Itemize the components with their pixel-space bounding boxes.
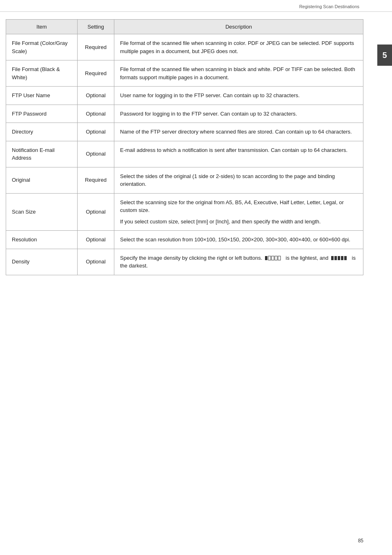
item-cell: FTP User Name — [6, 87, 78, 105]
desc-cell: User name for logging in to the FTP serv… — [114, 87, 363, 105]
svg-rect-5 — [331, 256, 334, 260]
svg-rect-4 — [278, 256, 281, 260]
desc-cell: Password for logging in to the FTP serve… — [114, 105, 363, 123]
table-header-row: Item Setting Description — [6, 20, 363, 34]
col-header-description: Description — [114, 20, 363, 34]
table-row: Scan Size Optional Select the scanning s… — [6, 193, 363, 231]
setting-cell: Optional — [78, 249, 114, 275]
svg-rect-0 — [265, 256, 267, 260]
setting-cell: Optional — [78, 105, 114, 123]
table-row: FTP Password Optional Password for loggi… — [6, 105, 363, 123]
svg-rect-8 — [341, 256, 343, 260]
page-header: Registering Scan Destinations — [0, 0, 392, 12]
table-row: FTP User Name Optional User name for log… — [6, 87, 363, 105]
density-dark-icon — [331, 255, 349, 261]
item-cell: Directory — [6, 123, 78, 141]
setting-cell: Required — [78, 167, 114, 193]
setting-cell: Optional — [78, 231, 114, 249]
item-cell: Density — [6, 249, 78, 275]
svg-rect-3 — [275, 256, 277, 260]
desc-cell: Select the sides of the original (1 side… — [114, 167, 363, 193]
setting-cell: Optional — [78, 193, 114, 231]
desc-cell: Select the scan resolution from 100×100,… — [114, 231, 363, 249]
setting-cell: Optional — [78, 87, 114, 105]
density-desc-suffix: is the lightest, and — [286, 255, 329, 261]
setting-cell: Optional — [78, 141, 114, 167]
svg-rect-7 — [338, 256, 340, 260]
settings-table: Item Setting Description File Format (Co… — [6, 19, 363, 275]
table-row: Directory Optional Name of the FTP serve… — [6, 123, 363, 141]
item-cell: FTP Password — [6, 105, 78, 123]
item-cell: Resolution — [6, 231, 78, 249]
table-row: File Format (Black & White) Required Fil… — [6, 60, 363, 87]
desc-cell: E-mail address to which a notification i… — [114, 141, 363, 167]
header-title: Registering Scan Destinations — [299, 4, 359, 9]
setting-cell: Required — [78, 60, 114, 87]
desc-cell: File format of the scanned file when sca… — [114, 34, 363, 60]
svg-rect-1 — [268, 256, 271, 260]
svg-rect-2 — [272, 256, 274, 260]
item-cell: Notification E-mail Address — [6, 141, 78, 167]
density-desc-prefix: Specify the image density by clicking th… — [120, 255, 262, 261]
col-header-item: Item — [6, 20, 78, 34]
desc-para-1: Select the scanning size for the origina… — [120, 198, 357, 214]
col-header-setting: Setting — [78, 20, 114, 34]
main-content: Item Setting Description File Format (Co… — [6, 19, 363, 275]
svg-rect-9 — [344, 256, 347, 260]
table-row: Density Optional Specify the image densi… — [6, 249, 363, 275]
desc-para-2: If you select custom size, select [mm] o… — [120, 218, 357, 226]
table-row: File Format (Color/Gray Scale) Required … — [6, 34, 363, 60]
chapter-tab: 5 — [377, 45, 392, 66]
item-cell: Scan Size — [6, 193, 78, 231]
desc-cell: File format of the scanned file when sca… — [114, 60, 363, 87]
table-row: Original Required Select the sides of th… — [6, 167, 363, 193]
desc-cell: Select the scanning size for the origina… — [114, 193, 363, 231]
desc-cell: Specify the image density by clicking th… — [114, 249, 363, 275]
setting-cell: Optional — [78, 123, 114, 141]
table-row: Notification E-mail Address Optional E-m… — [6, 141, 363, 167]
desc-cell: Name of the FTP server directory where s… — [114, 123, 363, 141]
item-cell: File Format (Black & White) — [6, 60, 78, 87]
table-row: Resolution Optional Select the scan reso… — [6, 231, 363, 249]
svg-rect-6 — [334, 256, 337, 260]
item-cell: File Format (Color/Gray Scale) — [6, 34, 78, 60]
page-number: 85 — [358, 538, 363, 544]
item-cell: Original — [6, 167, 78, 193]
setting-cell: Required — [78, 34, 114, 60]
density-light-icon — [265, 255, 283, 261]
page-footer: 85 — [0, 535, 392, 547]
